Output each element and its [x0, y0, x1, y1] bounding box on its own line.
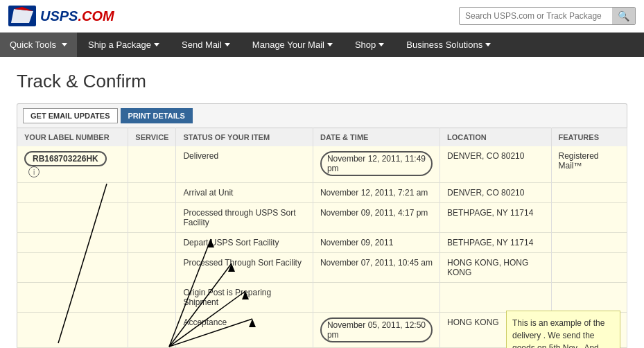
nav-manage-arrow-icon — [327, 43, 333, 49]
table-row: Arrival at Unit November 12, 2011, 7:21 … — [17, 183, 627, 203]
nav-ship-label: Ship a Package — [88, 40, 151, 50]
cell-service-4 — [128, 253, 176, 283]
table-row: Depart USPS Sort Facility November 09, 2… — [17, 233, 627, 253]
nav-shop-arrow-icon — [378, 43, 384, 49]
cell-features-3 — [551, 233, 627, 253]
cell-label-6 — [17, 313, 128, 348]
cell-service-1 — [128, 183, 176, 203]
cell-label-5 — [17, 283, 128, 313]
cell-label-1 — [17, 183, 128, 203]
cell-features-4 — [551, 253, 627, 283]
nav-ship-package[interactable]: Ship a Package — [77, 33, 171, 57]
action-buttons-bar: GET EMAIL UPDATES PRINT DETAILS — [17, 103, 627, 128]
nav-manage-label: Manage Your Mail — [252, 40, 324, 50]
cell-location-2: BETHPAGE, NY 11714 — [440, 203, 551, 233]
col-status: STATUS OF YOUR ITEM — [176, 128, 313, 147]
print-details-button[interactable]: PRINT DETAILS — [121, 108, 193, 123]
nav-business-arrow-icon — [485, 43, 491, 49]
table-row: Processed Through Sort Facility November… — [17, 253, 627, 283]
col-location: LOCATION — [440, 128, 551, 147]
delivery-note-box: This is an example of the delivery . We … — [506, 311, 620, 348]
features-text-0: Registered Mail™ — [559, 151, 599, 171]
table-row: Processed through USPS Sort Facility Nov… — [17, 203, 627, 233]
col-datetime: DATE & TIME — [313, 128, 440, 147]
quick-tools-label: Quick Tools — [10, 40, 56, 50]
quick-tools-dropdown[interactable]: Quick Tools — [0, 33, 77, 57]
nav-bar: Quick Tools Ship a Package Send Mail Man… — [0, 33, 644, 57]
cell-features-0: Registered Mail™ — [551, 146, 627, 183]
cell-location-3: BETHPAGE, NY 11714 — [440, 233, 551, 253]
cell-label-3 — [17, 233, 128, 253]
cell-datetime-0: November 12, 2011, 11:49 pm — [313, 146, 440, 183]
cell-features-5 — [551, 283, 627, 313]
cell-location-4: HONG KONG, HONG KONG — [440, 253, 551, 283]
table-header-row: YOUR LABEL NUMBER SERVICE STATUS OF YOUR… — [17, 128, 627, 147]
nav-shop-label: Shop — [355, 40, 376, 50]
date-oval-bottom: November 05, 2011, 12:50 pm — [320, 317, 433, 342]
cell-location-1: DENVER, CO 80210 — [440, 183, 551, 203]
cell-service-3 — [128, 233, 176, 253]
nav-business[interactable]: Business Solutions — [395, 33, 502, 57]
cell-service-0 — [128, 146, 176, 183]
tracking-number-oval: RB168703226HK — [24, 151, 107, 166]
col-features: FEATURES — [551, 128, 627, 147]
date-oval-0: November 12, 2011, 11:49 pm — [320, 151, 433, 176]
nav-ship-arrow-icon — [154, 43, 159, 49]
col-label-number: YOUR LABEL NUMBER — [17, 128, 128, 147]
cell-status-4: Processed Through Sort Facility — [176, 253, 313, 283]
logo: USPS.COM — [8, 6, 114, 26]
cell-location-0: DENVER, CO 80210 — [440, 146, 551, 183]
nav-mail-label: Send Mail — [182, 40, 222, 50]
cell-datetime-3: November 09, 2011 — [313, 233, 440, 253]
cell-status-5: Origin Post is Preparing Shipment — [176, 283, 313, 313]
cell-status-2: Processed through USPS Sort Facility — [176, 203, 313, 233]
top-bar: USPS.COM 🔍 — [0, 0, 644, 33]
cell-datetime-5 — [313, 283, 440, 313]
cell-service-2 — [128, 203, 176, 233]
cell-features-1 — [551, 183, 627, 203]
page-title: Track & Confirm — [17, 71, 627, 92]
cell-label-2 — [17, 203, 128, 233]
cell-location-5 — [440, 283, 551, 313]
cell-status-6: Acceptance — [176, 313, 313, 348]
cell-service-5 — [128, 283, 176, 313]
tracking-section: GET EMAIL UPDATES PRINT DETAILS YOUR LAB… — [17, 103, 627, 348]
info-icon[interactable]: i — [28, 166, 40, 177]
table-row: RB168703226HK i Delivered November 12, 2… — [17, 146, 627, 183]
logo-text: USPS.COM — [40, 8, 114, 24]
cell-datetime-6: November 05, 2011, 12:50 pm — [313, 313, 440, 348]
cell-status-1: Arrival at Unit — [176, 183, 313, 203]
email-updates-button[interactable]: GET EMAIL UPDATES — [23, 108, 118, 123]
nav-shop[interactable]: Shop — [344, 33, 395, 57]
cell-datetime-4: November 07, 2011, 10:45 am — [313, 253, 440, 283]
nav-send-mail[interactable]: Send Mail — [171, 33, 241, 57]
nav-business-label: Business Solutions — [406, 40, 482, 50]
cell-datetime-2: November 09, 2011, 4:17 pm — [313, 203, 440, 233]
page-content: Track & Confirm GET EMAIL UPDATES PRINT … — [0, 57, 644, 348]
cell-status-0: Delivered — [176, 146, 313, 183]
nav-mail-arrow-icon — [225, 43, 230, 49]
cell-label-4 — [17, 253, 128, 283]
cell-status-3: Depart USPS Sort Facility — [176, 233, 313, 253]
cell-label-0: RB168703226HK i — [17, 146, 128, 183]
nav-manage-mail[interactable]: Manage Your Mail — [241, 33, 344, 57]
cell-service-6 — [128, 313, 176, 348]
search-input[interactable] — [460, 8, 612, 24]
search-bar[interactable]: 🔍 — [459, 7, 636, 25]
usps-eagle-icon — [8, 6, 36, 26]
cell-datetime-1: November 12, 2011, 7:21 am — [313, 183, 440, 203]
col-service: SERVICE — [128, 128, 176, 147]
cell-features-2 — [551, 203, 627, 233]
table-row: Origin Post is Preparing Shipment — [17, 283, 627, 313]
search-button[interactable]: 🔍 — [612, 8, 635, 24]
quick-tools-arrow-icon — [62, 43, 67, 49]
